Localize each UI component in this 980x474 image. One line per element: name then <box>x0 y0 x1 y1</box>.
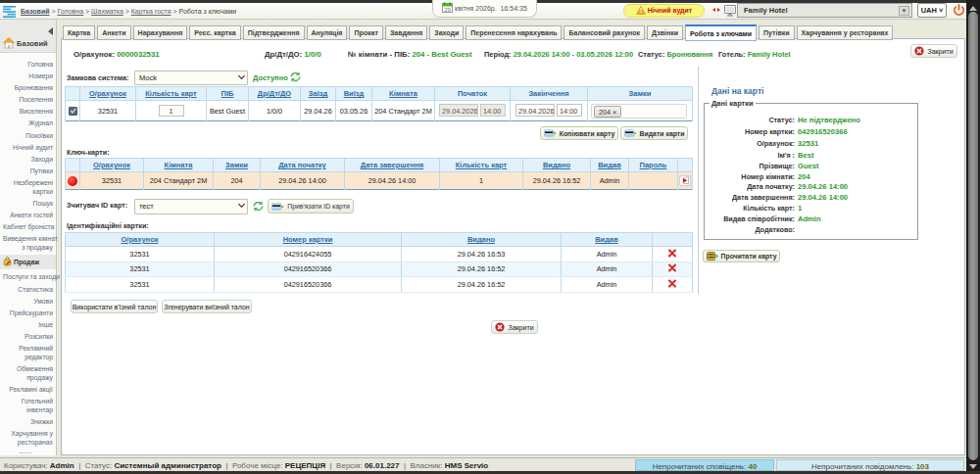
svg-text:29: 29 <box>444 7 451 13</box>
svg-text:!: ! <box>640 7 642 14</box>
